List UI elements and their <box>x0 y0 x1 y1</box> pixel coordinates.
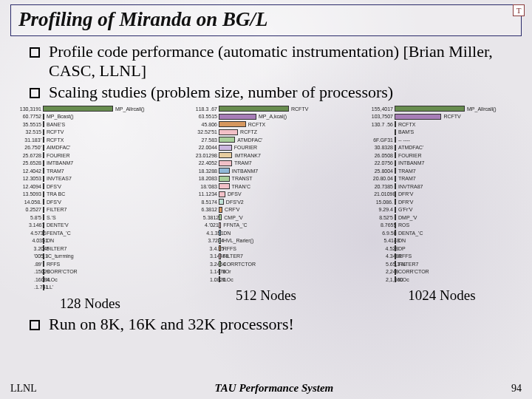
bar-rect <box>219 183 230 189</box>
bar-rect <box>219 199 224 205</box>
bar-row: 25.6728FOURIER <box>4 151 176 159</box>
bar-label: ATMDFAC' <box>235 137 262 143</box>
bar-value: .16084 <box>4 277 43 282</box>
bullet-text: Profile code performance (automatic inst… <box>49 42 510 81</box>
bar-value: 18.'083 <box>180 184 219 189</box>
bar-row: 13.5093TRA BC <box>4 191 176 198</box>
bar-value: 5.65,374 <box>356 262 395 267</box>
bar-value: 22.4052 <box>180 160 219 166</box>
bar-value: 31.183' <box>4 137 43 143</box>
bar-row: 5.8'5S.'S <box>4 214 176 221</box>
bar-value: 130,3191 <box>4 106 43 112</box>
bar-row: 9.29.4G'Fr'V <box>356 206 528 214</box>
bar-label: FOURIER <box>396 153 422 158</box>
bar-value: 8.5174 <box>180 200 219 205</box>
bar-value: 1.1478 <box>180 269 219 274</box>
bar-value: 26.750' <box>4 145 43 150</box>
bar-value: 3.4.55 <box>180 246 219 251</box>
bar-label: LL' <box>44 284 53 290</box>
bar-row: 3.7284HVL_Rarier() <box>180 237 352 245</box>
bar-value: 3.2454 <box>180 262 219 267</box>
bar-row: 25.6528IMTBANM7 <box>4 160 176 167</box>
bar-rect <box>219 160 232 166</box>
bar-label: FOURIER <box>232 145 258 150</box>
bar-row: 1.0820ILOc <box>180 276 352 283</box>
bar-value: 35.5515 <box>4 122 43 127</box>
bar-row: 8.7655ROS <box>356 222 528 229</box>
bar-value: 18.3288 <box>180 168 219 174</box>
bar-value: 6.9.58 <box>356 231 395 236</box>
bar-label: RCFTV <box>441 114 460 119</box>
bar-label: RFFS <box>44 262 60 267</box>
bar-value: 3.1467 <box>4 222 43 228</box>
chart-512: 118.3 .67RCFTV63.5515MP_A,kcal()45.806RC… <box>180 105 352 312</box>
bar-row: 6.3812CRF'V <box>180 206 352 214</box>
bar-row: 14.058.DFS'V <box>4 198 176 205</box>
bar-value: 27.583 <box>180 137 219 143</box>
bar-row: 3.1467DENTE'V <box>4 222 176 229</box>
bar-row: 26.0508FOURIER <box>356 151 528 159</box>
bar-label: MP_Bcast() <box>44 114 74 119</box>
bullet-list-bottom: Run on 8K, 16K and 32K processors! <box>30 315 510 334</box>
bar-label: DN <box>221 231 231 236</box>
bar-value: 118.3 .67 <box>180 106 219 112</box>
bar-label: DN <box>396 238 406 243</box>
bar-row: 22.0756INTBANM7 <box>356 160 528 167</box>
bar-label: IIOr <box>220 269 231 274</box>
bar-row: 2,248CORR'CTOR <box>356 268 528 276</box>
bar-label: AIMDFAC' <box>44 145 70 150</box>
bar-label: CRF'V <box>222 207 239 212</box>
bar-label: ILOc <box>220 277 233 282</box>
bar-row: 118.3 .67RCFTV <box>180 105 352 112</box>
bar-label: TRAM7 <box>44 168 64 174</box>
bar-row: 3.14468FILTER7 <box>180 253 352 260</box>
bar-value: 6.3812 <box>180 207 219 212</box>
bar-value: 60.7752 <box>4 114 43 119</box>
bar-row: 103,7507RCFTV <box>356 113 528 120</box>
bullet-icon <box>30 47 40 58</box>
bar-label: DENTA_'C <box>396 231 423 236</box>
bar-label: CORRTCTOR <box>221 262 256 267</box>
bar-label: DFS'V2 <box>224 200 244 205</box>
footer-page-number: 94 <box>511 383 522 395</box>
bar-label: RCFTX <box>44 137 64 143</box>
bar-row: .15029CORR'CTOR <box>4 268 176 276</box>
bar-label: CMP_'V <box>222 215 242 220</box>
bar-row: 11.1234DFSV <box>180 191 352 198</box>
bar-row: 2,1,560ILOc <box>356 276 528 283</box>
bar-label: RFFS <box>396 253 412 259</box>
bar-row: 32.52'51RCFTZ <box>180 129 352 136</box>
bar-label: TRAM7 <box>396 176 416 181</box>
bar-label: TRAM7 <box>232 160 252 166</box>
bar-value: 130.7 .56 <box>356 122 395 127</box>
bar-value: 3.14468 <box>180 253 219 259</box>
bar-label: HVL_Rarier() <box>221 238 253 243</box>
bullet-item: Profile code performance (automatic inst… <box>30 42 510 81</box>
bar-row: 130.7 .56RCFTX <box>356 120 528 128</box>
bar-label: RCFTX <box>246 122 265 127</box>
bar-label: DENTE'V <box>44 222 69 228</box>
bar-row: 4.'021FFNTA_'C <box>180 222 352 229</box>
bar-rect <box>219 114 256 120</box>
bar-label: DFR'V <box>396 191 413 197</box>
bar-row: 6.9.58DENTA_'C <box>356 229 528 236</box>
bar-label: ROS <box>396 222 409 228</box>
bar-row: 12.4042TRAM7 <box>4 167 176 174</box>
chart-bars: 155,4017MP_Allrcall()103,7507RCFTV130.7 … <box>356 105 528 283</box>
bar-value: 23.01298 <box>180 153 219 158</box>
bar-label: CORR'CTOR <box>44 269 78 274</box>
bar-value: 4.528 <box>356 246 395 251</box>
bar-rect <box>395 114 441 120</box>
bar-row: 0.2527FILTER7 <box>4 206 176 214</box>
bar-label: -- ---- <box>396 137 410 143</box>
bar-value: .1.741 <box>4 284 43 290</box>
bar-value: 4.5736 <box>4 231 43 236</box>
bar-row: 18.2083TRANST <box>180 175 352 183</box>
bar-rect <box>43 106 113 112</box>
bar-label: CORR'CTOR <box>396 269 429 274</box>
bullet-text: Run on 8K, 16K and 32K processors! <box>49 315 294 334</box>
footer-left: LLNL <box>10 383 37 395</box>
chart-grid: 130,3191MP_Allrcall()60.7752MP_Bcast()35… <box>4 105 528 312</box>
chart-caption: 128 Nodes <box>4 296 176 312</box>
bar-rect <box>219 129 238 135</box>
